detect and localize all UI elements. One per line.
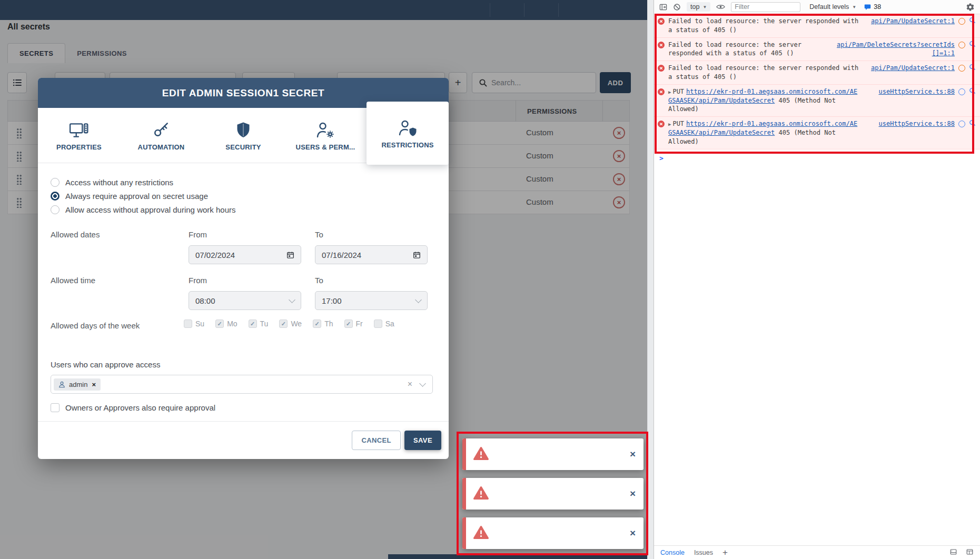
day-checkbox-mo[interactable]: Mo [215, 320, 237, 328]
expand-icon[interactable] [668, 89, 671, 95]
cancel-button[interactable]: CANCEL [352, 431, 401, 450]
message-count-badge: 38 [864, 3, 881, 11]
message-count: 38 [874, 3, 881, 11]
save-button[interactable]: SAVE [404, 431, 441, 450]
allowed-dates-label: Allowed dates [51, 230, 100, 239]
clear-selection-icon[interactable] [408, 380, 412, 388]
warning-icon [473, 525, 489, 542]
radio-no-restrictions[interactable]: Access without any restrictions [51, 177, 173, 187]
tab-users-permissions[interactable]: USERS & PERM... [284, 108, 367, 163]
page-scrollbar[interactable] [647, 0, 654, 559]
approvers-multiselect[interactable]: admin [51, 375, 433, 394]
tab-properties[interactable]: PROPERTIES [38, 108, 120, 163]
time-to-select[interactable]: 17:00 [315, 291, 428, 310]
checkbox[interactable] [184, 320, 192, 328]
checkbox[interactable] [374, 320, 382, 328]
checkbox[interactable] [51, 403, 60, 412]
date-to-value: 07/16/2024 [322, 251, 361, 259]
days-of-week: Su Mo Tu We Th Fr Sa [184, 320, 394, 328]
dates-to-label: To [315, 230, 323, 239]
error-icon [658, 42, 665, 48]
user-gear-icon [316, 119, 335, 138]
error-text: Failed to load resource: the server resp… [668, 17, 859, 35]
context-value: top [690, 3, 699, 11]
close-icon[interactable] [630, 488, 636, 498]
source-link[interactable]: useHttpService.ts:88 [879, 87, 955, 96]
tab-restrictions[interactable]: RESTRICTIONS [367, 102, 449, 165]
chat-bubble-icon [864, 4, 871, 11]
add-drawer-tab-icon[interactable] [722, 548, 728, 557]
checkbox-checked[interactable] [344, 320, 353, 328]
context-selector[interactable]: top ▼ [687, 2, 710, 12]
devtools-panel: top ▼ Default levels ▼ 38 Failed to [654, 0, 980, 559]
screen: All secrets SECRETS PERMISSIONS + ADD DE… [0, 0, 980, 559]
console-prompt[interactable]: > [654, 149, 980, 167]
radio-always-require-approval[interactable]: Always require approval on secret usage [51, 191, 208, 201]
clear-console-icon[interactable] [673, 3, 681, 11]
day-checkbox-sa[interactable]: Sa [374, 320, 394, 328]
close-icon[interactable] [630, 528, 636, 538]
source-link[interactable]: api/Pam/DeleteSecrets?secretIds[]=1:1 [835, 41, 955, 58]
source-link[interactable]: useHttpService.ts:88 [879, 119, 955, 128]
radio-button-selected[interactable] [51, 192, 60, 201]
tab-automation[interactable]: AUTOMATION [120, 108, 202, 163]
issue-badge-icon[interactable] [958, 18, 965, 25]
console-filter-input[interactable] [731, 2, 800, 12]
day-checkbox-we[interactable]: We [279, 320, 302, 328]
calendar-icon[interactable] [286, 251, 294, 259]
checkbox-checked[interactable] [215, 320, 224, 328]
search-similar-icon[interactable] [969, 119, 976, 126]
chevron-down-icon[interactable] [419, 380, 426, 387]
time-to-label: To [315, 276, 323, 285]
checkbox-checked[interactable] [279, 320, 288, 328]
day-checkbox-su[interactable]: Su [184, 320, 204, 328]
radio-allow-work-hours[interactable]: Allow access without approval during wor… [51, 204, 236, 215]
source-link[interactable]: api/Pam/UpdateSecret:1 [871, 17, 955, 26]
calendar-icon[interactable] [413, 251, 421, 259]
day-checkbox-th[interactable]: Th [313, 320, 333, 328]
edit-secret-dialog: EDIT ADMIN SESSION1 SECRET PROPERTIES AU… [38, 78, 449, 459]
issue-badge-icon[interactable] [958, 121, 965, 127]
search-similar-icon[interactable] [969, 17, 976, 24]
user-shield-icon [398, 117, 417, 136]
user-icon [58, 381, 65, 388]
console-sidebar-icon[interactable] [659, 3, 667, 11]
date-to-input[interactable]: 07/16/2024 [315, 245, 428, 264]
dates-from-label: From [189, 230, 207, 239]
panel-layout-icon[interactable] [966, 548, 974, 557]
warning-icon [473, 446, 489, 463]
remove-tag-icon[interactable] [92, 381, 96, 388]
error-toast [462, 517, 644, 549]
error-text: PUThttps://ekr-prd-01.aegsaas.onmicrosof… [668, 119, 859, 146]
time-from-select[interactable]: 08:00 [189, 291, 301, 310]
live-expression-eye-icon[interactable] [716, 4, 725, 10]
source-link[interactable]: api/Pam/UpdateSecret:1 [871, 64, 955, 73]
console-error-message: Failed to load resource: the server resp… [654, 38, 980, 62]
search-similar-icon[interactable] [969, 41, 976, 47]
radio-button[interactable] [51, 178, 60, 187]
close-icon[interactable] [630, 449, 636, 459]
tab-issues[interactable]: Issues [694, 549, 713, 556]
error-toast [462, 438, 644, 470]
allowed-time-label: Allowed time [51, 276, 95, 285]
day-checkbox-tu[interactable]: Tu [249, 320, 269, 328]
error-icon [658, 65, 665, 72]
radio-button[interactable] [51, 205, 60, 214]
date-from-input[interactable]: 07/02/2024 [189, 245, 301, 264]
devtools-settings-gear-icon[interactable] [966, 3, 975, 12]
issue-badge-icon[interactable] [958, 88, 965, 95]
log-levels-dropdown[interactable]: Default levels ▼ [809, 3, 856, 11]
issue-badge-icon[interactable] [958, 65, 965, 72]
tab-console[interactable]: Console [660, 549, 685, 556]
day-checkbox-fr[interactable]: Fr [344, 320, 363, 328]
search-similar-icon[interactable] [969, 64, 976, 71]
issue-badge-icon[interactable] [958, 42, 965, 48]
expand-icon[interactable] [668, 122, 671, 127]
dock-icon[interactable] [949, 548, 957, 557]
checkbox-checked[interactable] [313, 320, 321, 328]
error-icon [658, 121, 665, 127]
owners-approval-checkbox-row[interactable]: Owners or Approvers also require approva… [51, 403, 215, 412]
checkbox-checked[interactable] [249, 320, 257, 328]
tab-security[interactable]: SECURITY [202, 108, 284, 163]
search-similar-icon[interactable] [969, 87, 976, 94]
